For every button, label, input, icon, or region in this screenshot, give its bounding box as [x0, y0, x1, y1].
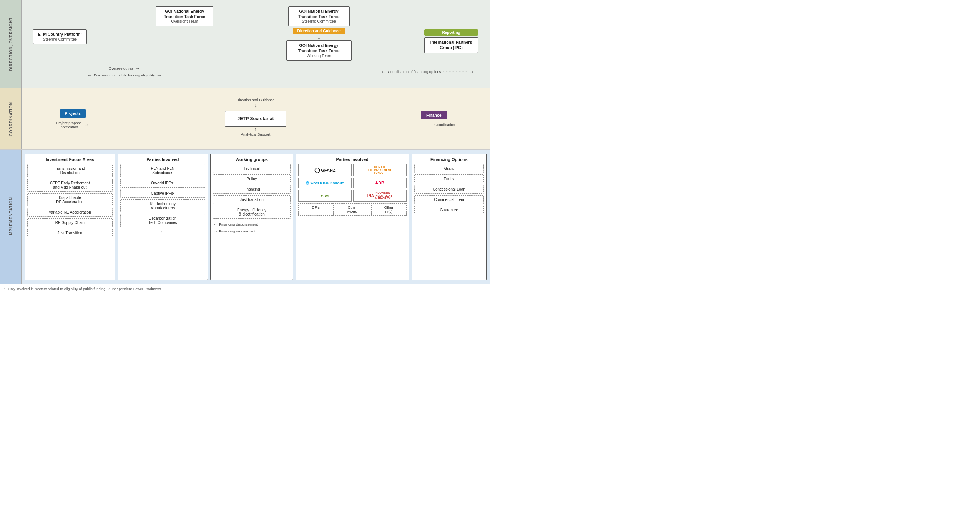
financing-options-col: Financing Options Grant Equity Concessio… — [412, 154, 487, 280]
adb-logo: ADB — [353, 178, 407, 188]
fo-item-5: Guarantee — [414, 206, 484, 214]
oversee-label: Oversee duties — [109, 66, 133, 70]
diagram-container: DIRECTION, OVERSIGHT ETM Country Platfor… — [0, 0, 490, 293]
working-team-box: GOI National Energy Transition Task Forc… — [286, 40, 352, 60]
gfanz-logo: ◯ GFANZ — [298, 164, 352, 176]
other-mdbs-box: OtherMDBs — [335, 203, 370, 216]
worldbank-logo: 🌐 WORLD BANK GROUP — [298, 178, 352, 188]
analytical-support-label: Analytical Support — [241, 132, 271, 136]
parties-item-4: RE TechnologyManufacturers — [120, 199, 206, 212]
ina-logo: ĪNA INDONESIAINVESTMENTAUTHORITY — [353, 190, 407, 202]
bottom-section-label: IMPLEMENTATION — [0, 150, 22, 284]
mid-section: COORDINATION Direction and Guidance ↓ Pr… — [0, 88, 490, 150]
parties-left-col: Parties Involved PLN and PLNSubsidiaries… — [118, 154, 208, 280]
cif-logo: CIF CLIMATEINVESTMENTFUNDS — [353, 164, 407, 176]
direction-guidance-badge: Direction and Guidance — [293, 28, 345, 34]
smi-logo: ▼SMi — [298, 190, 352, 202]
working-groups-title: Working groups — [213, 157, 290, 162]
coordination-label: Coordination — [434, 123, 455, 127]
top-content: ETM Country Platform¹ Steering Committee… — [22, 0, 490, 88]
invest-item-2: CFPP Early Retirementand Mgd Phase-out — [27, 179, 113, 192]
invest-item-3: DispatchableRE Acceleration — [27, 193, 113, 206]
parties-item-3: Captive IPPs² — [120, 189, 206, 198]
etm-box: ETM Country Platform¹ Steering Committee — [33, 29, 87, 44]
parties-left-title: Parties Involved — [120, 157, 206, 162]
investment-focus-col: Investment Focus Areas Transmission andD… — [25, 154, 115, 280]
bottom-content: Investment Focus Areas Transmission andD… — [22, 150, 490, 284]
invest-item-6: Just Transition — [27, 229, 113, 237]
wg-item-4: Just transition — [213, 195, 290, 204]
top-section-label: DIRECTION, OVERSIGHT — [0, 0, 22, 88]
financing-requirement-label: Financing requirement — [219, 229, 256, 233]
direction-guidance-label2: Direction and Guidance — [236, 98, 274, 102]
top-section: DIRECTION, OVERSIGHT ETM Country Platfor… — [0, 0, 490, 88]
coord-financing-label: Coordination of financing options — [388, 70, 441, 74]
financing-options-title: Financing Options — [414, 157, 484, 162]
working-groups-col: Working groups Technical Policy Financin… — [210, 154, 293, 280]
wg-item-2: Policy — [213, 174, 290, 183]
ipg-box: International Partners Group (IPG) — [424, 37, 478, 53]
jetp-box: JETP Secretariat — [225, 111, 286, 127]
wg-item-5: Energy efficiency& electrification — [213, 206, 290, 219]
project-proposal-label: Project proposal notification — [56, 121, 83, 129]
footnote: 1. Only involved in matters related to e… — [0, 284, 490, 293]
parties-item-1: PLN and PLNSubsidiaries — [120, 164, 206, 177]
wg-item-3: Financing — [213, 185, 290, 194]
mid-content: Direction and Guidance ↓ Projects Projec… — [22, 88, 490, 149]
oversight-box: GOI National Energy Transition Task Forc… — [156, 6, 213, 26]
fo-item-4: Commercial Loan — [414, 195, 484, 204]
finance-badge: Finance — [421, 111, 447, 119]
parties-item-2: On-grid IPPs² — [120, 179, 206, 188]
financing-disbursement-label: Financing disbursement — [219, 222, 258, 226]
projects-badge: Projects — [60, 109, 86, 118]
dfi-box: DFIs — [298, 203, 334, 216]
discussion-label: Discussion on public funding eligibility — [94, 73, 155, 77]
invest-item-5: RE Supply Chain — [27, 218, 113, 227]
mid-section-label: COORDINATION — [0, 88, 22, 149]
steering-box: GOI National Energy Transition Task Forc… — [288, 6, 350, 26]
parties-item-5: DecarbonizationTech Companies — [120, 214, 206, 227]
investment-focus-title: Investment Focus Areas — [27, 157, 113, 162]
fo-item-1: Grant — [414, 164, 484, 173]
parties-right-title: Parties Involved — [298, 157, 407, 162]
invest-item-4: Variable RE Acceleration — [27, 208, 113, 217]
fo-item-3: Concessional Loan — [414, 185, 484, 194]
invest-item-1: Transmission andDistribution — [27, 164, 113, 177]
parties-right-col: Parties Involved ◯ GFANZ CIF CLIMATEINVE… — [296, 154, 409, 280]
reporting-badge: Reporting — [424, 29, 478, 36]
bottom-section: IMPLEMENTATION Investment Focus Areas Tr… — [0, 150, 490, 284]
other-fi-box: OtherFI(s) — [371, 203, 407, 216]
fo-item-2: Equity — [414, 174, 484, 183]
wg-item-1: Technical — [213, 164, 290, 173]
